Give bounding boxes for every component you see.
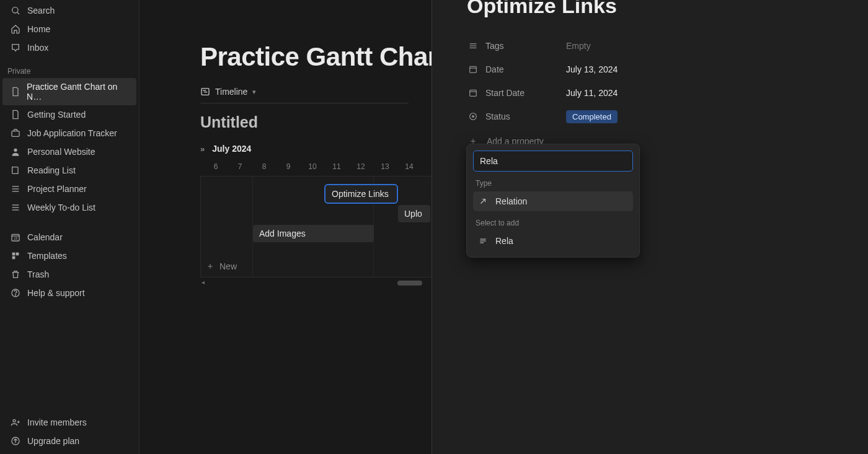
popup-section-select: Select to add <box>476 219 631 227</box>
property-value[interactable]: July 11, 2024 <box>566 88 618 98</box>
svg-point-34 <box>472 115 474 118</box>
timeline-bar-optimize-links[interactable]: Optimize Links <box>326 185 397 203</box>
sidebar-item-label: Weekly To-do List <box>27 203 95 212</box>
sidebar-page-getting-started[interactable]: Getting Started <box>2 105 136 124</box>
sidebar-page-personal-website[interactable]: Personal Website <box>2 142 136 161</box>
sidebar-item-label: Search <box>27 6 55 15</box>
svg-rect-31 <box>470 90 477 96</box>
briefcase-icon <box>10 128 21 139</box>
list-icon <box>10 183 21 194</box>
timeline-icon <box>200 87 210 97</box>
timeline-month-label: July 2024 <box>212 144 251 154</box>
home-icon <box>10 24 21 35</box>
sidebar-item-help[interactable]: Help & support <box>2 284 136 302</box>
property-value[interactable]: Empty <box>566 41 591 51</box>
svg-line-1 <box>17 12 19 14</box>
timeline-new-row[interactable]: ＋ New <box>206 261 237 272</box>
day-label: 9 <box>286 162 291 171</box>
property-label: Start Date <box>485 88 566 98</box>
scroll-thumb[interactable] <box>397 281 422 286</box>
sidebar-page-job-tracker[interactable]: Job Application Tracker <box>2 124 136 142</box>
property-row-start-date[interactable]: Start Date July 11, 2024 <box>467 81 833 105</box>
person-icon <box>10 146 21 157</box>
day-label: 11 <box>332 162 340 171</box>
property-label: Date <box>485 64 566 74</box>
option-label: Relation <box>495 196 527 206</box>
sidebar-item-label: Practice Gantt Chart on N… <box>27 82 129 102</box>
sidebar-item-label: Calendar <box>27 232 63 242</box>
sidebar-item-label: Templates <box>27 251 67 261</box>
svg-line-35 <box>481 199 485 204</box>
sidebar-item-label: Job Application Tracker <box>27 128 117 138</box>
day-label: 6 <box>214 162 218 171</box>
page-icon <box>10 86 20 97</box>
status-icon <box>467 111 479 121</box>
relation-icon <box>478 196 488 206</box>
sidebar-item-label: Upgrade plan <box>27 436 79 446</box>
text-icon <box>478 236 488 246</box>
day-label: 13 <box>381 162 389 171</box>
svg-text:18: 18 <box>14 237 17 240</box>
sidebar-item-label: Home <box>27 24 50 34</box>
sidebar-item-home[interactable]: Home <box>2 20 136 38</box>
popup-section-type: Type <box>476 179 631 188</box>
scroll-left-icon: ◂ <box>202 279 205 286</box>
view-selector[interactable]: Timeline ▾ <box>200 87 409 103</box>
property-row-status[interactable]: Status Completed <box>467 105 833 128</box>
plus-icon: ＋ <box>206 261 215 272</box>
property-label: Tags <box>485 41 566 51</box>
sidebar-page-reading-list[interactable]: Reading List <box>2 161 136 180</box>
date-icon <box>467 64 479 74</box>
day-label: 10 <box>308 162 316 171</box>
upgrade-icon <box>10 435 21 447</box>
sidebar-page-project-planner[interactable]: Project Planner <box>2 180 136 198</box>
chevron-double-right-icon[interactable]: » <box>200 144 205 154</box>
sidebar-item-label: Personal Website <box>27 147 95 157</box>
svg-rect-25 <box>204 92 207 92</box>
sidebar-page-weekly-todo[interactable]: Weekly To-do List <box>2 198 136 217</box>
invite-icon <box>10 417 21 428</box>
panel-title[interactable]: Optimize Links <box>467 0 833 18</box>
property-type-popup: Type Relation Select to add Rela <box>466 144 640 258</box>
calendar-icon: 18 <box>10 232 21 243</box>
sidebar-item-templates[interactable]: Templates <box>2 247 136 265</box>
trash-icon <box>10 269 21 280</box>
book-icon <box>10 165 21 176</box>
svg-rect-24 <box>203 90 206 90</box>
property-search-input[interactable] <box>473 151 633 172</box>
sidebar-item-calendar[interactable]: 18 Calendar <box>2 228 136 247</box>
svg-rect-2 <box>12 131 19 137</box>
property-row-date[interactable]: Date July 13, 2024 <box>467 58 833 81</box>
sidebar-item-trash[interactable]: Trash <box>2 265 136 284</box>
sidebar-page-practice-gantt[interactable]: Practice Gantt Chart on N… <box>2 78 136 105</box>
popup-option-relation[interactable]: Relation <box>473 191 633 211</box>
timeline-bar-add-images[interactable]: Add Images <box>253 225 374 242</box>
search-icon <box>10 5 21 16</box>
property-value[interactable]: Completed <box>566 110 618 123</box>
inbox-icon <box>10 42 21 53</box>
sidebar-item-label: Help & support <box>27 288 85 298</box>
new-label: New <box>219 261 237 271</box>
property-value[interactable]: July 13, 2024 <box>566 64 618 74</box>
sidebar-item-invite[interactable]: Invite members <box>2 413 136 432</box>
sidebar-item-label: Reading List <box>27 165 76 175</box>
tags-icon <box>467 41 479 51</box>
timeline-bar-upload[interactable]: Uplo <box>398 205 430 222</box>
sidebar-item-inbox[interactable]: Inbox <box>2 38 136 57</box>
svg-point-0 <box>12 7 18 13</box>
bar-label: Optimize Links <box>332 189 389 199</box>
bar-label: Add Images <box>259 229 306 238</box>
sidebar-item-search[interactable]: Search <box>2 1 136 20</box>
svg-point-18 <box>13 419 16 422</box>
property-row-tags[interactable]: Tags Empty <box>467 34 833 58</box>
sidebar-item-upgrade[interactable]: Upgrade plan <box>2 432 136 450</box>
property-label: Status <box>485 111 566 121</box>
page-icon <box>10 109 21 120</box>
popup-option-rela[interactable]: Rela <box>473 231 633 251</box>
view-label: Timeline <box>215 87 247 97</box>
day-label: 14 <box>405 162 413 171</box>
sidebar-item-label: Inbox <box>27 43 48 53</box>
sidebar-item-label: Trash <box>27 269 49 279</box>
sidebar: Search Home Inbox Private Practice Gantt… <box>0 0 140 454</box>
sidebar-item-label: Project Planner <box>27 184 87 194</box>
